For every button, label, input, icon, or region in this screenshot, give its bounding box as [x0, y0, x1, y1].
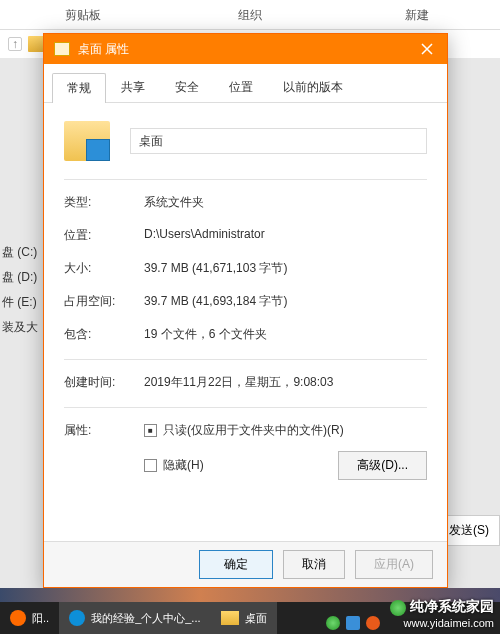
folder-icon	[54, 42, 70, 56]
app-icon	[69, 610, 85, 626]
folder-name-text: 桌面	[139, 133, 163, 150]
bg-sidebar: 盘 (C:) 盘 (D:) 件 (E:) 装及大	[0, 240, 45, 340]
ribbon-tab[interactable]: 组织	[167, 0, 334, 29]
nav-up-icon[interactable]: ↑	[8, 37, 22, 51]
titlebar[interactable]: 桌面 属性	[44, 34, 447, 64]
tab-content: 桌面 类型:系统文件夹 位置:D:\Users\Administrator 大小…	[44, 103, 447, 510]
separator	[64, 359, 427, 360]
value-contains: 19 个文件，6 个文件夹	[144, 326, 427, 343]
separator	[64, 407, 427, 408]
taskbar-label: 阳..	[32, 611, 49, 626]
app-icon	[10, 610, 26, 626]
folder-icon	[221, 611, 239, 625]
dialog-footer: 确定 取消 应用(A)	[44, 541, 447, 587]
hidden-label: 隐藏(H)	[163, 457, 204, 474]
system-tray[interactable]	[326, 616, 380, 630]
bg-ribbon: 剪贴板 组织 新建	[0, 0, 500, 30]
taskbar-label: 桌面	[245, 611, 267, 626]
folder-name-field[interactable]: 桌面	[130, 128, 427, 154]
label-size: 大小:	[64, 260, 144, 277]
tab-general[interactable]: 常规	[52, 73, 106, 103]
tab-sharing[interactable]: 共享	[106, 72, 160, 102]
value-type: 系统文件夹	[144, 194, 427, 211]
taskbar-item[interactable]: 我的经验_个人中心_...	[59, 602, 210, 634]
value-size-on-disk: 39.7 MB (41,693,184 字节)	[144, 293, 427, 310]
drive-item[interactable]: 装及大	[0, 315, 45, 340]
drive-item[interactable]: 盘 (D:)	[0, 265, 45, 290]
value-location: D:\Users\Administrator	[144, 227, 427, 244]
tab-location[interactable]: 位置	[214, 72, 268, 102]
tray-icon[interactable]	[326, 616, 340, 630]
ok-button[interactable]: 确定	[199, 550, 273, 579]
taskbar-item[interactable]: 阳..	[0, 602, 59, 634]
drive-item[interactable]: 件 (E:)	[0, 290, 45, 315]
hidden-checkbox[interactable]	[144, 459, 157, 472]
watermark-brand: 纯净系统家园	[410, 598, 494, 614]
tab-strip: 常规 共享 安全 位置 以前的版本	[44, 64, 447, 103]
tab-security[interactable]: 安全	[160, 72, 214, 102]
value-created: 2019年11月22日，星期五，9:08:03	[144, 374, 427, 391]
readonly-checkbox[interactable]	[144, 424, 157, 437]
window-title: 桌面 属性	[78, 41, 407, 58]
separator	[64, 179, 427, 180]
advanced-button[interactable]: 高级(D)...	[338, 451, 427, 480]
label-attributes: 属性:	[64, 422, 144, 492]
folder-large-icon	[64, 121, 110, 161]
label-size-on-disk: 占用空间:	[64, 293, 144, 310]
close-icon	[421, 43, 433, 55]
close-button[interactable]	[407, 34, 447, 64]
tab-previous-versions[interactable]: 以前的版本	[268, 72, 358, 102]
watermark: 纯净系统家园 www.yidaimei.com	[390, 599, 494, 630]
apply-button[interactable]: 应用(A)	[355, 550, 433, 579]
watermark-url: www.yidaimei.com	[390, 616, 494, 630]
readonly-label: 只读(仅应用于文件夹中的文件)(R)	[163, 422, 344, 439]
watermark-logo-icon	[390, 600, 406, 616]
taskbar-item[interactable]: 桌面	[211, 602, 277, 634]
taskbar-label: 我的经验_个人中心_...	[91, 611, 200, 626]
ribbon-tab[interactable]: 新建	[333, 0, 500, 29]
cancel-button[interactable]: 取消	[283, 550, 345, 579]
label-type: 类型:	[64, 194, 144, 211]
label-contains: 包含:	[64, 326, 144, 343]
label-created: 创建时间:	[64, 374, 144, 391]
tray-icon[interactable]	[346, 616, 360, 630]
value-size: 39.7 MB (41,671,103 字节)	[144, 260, 427, 277]
drive-item[interactable]: 盘 (C:)	[0, 240, 45, 265]
label-location: 位置:	[64, 227, 144, 244]
tray-icon[interactable]	[366, 616, 380, 630]
properties-dialog: 桌面 属性 常规 共享 安全 位置 以前的版本 桌面 类型:系统文件夹 位置:D…	[43, 33, 448, 588]
ribbon-tab[interactable]: 剪贴板	[0, 0, 167, 29]
